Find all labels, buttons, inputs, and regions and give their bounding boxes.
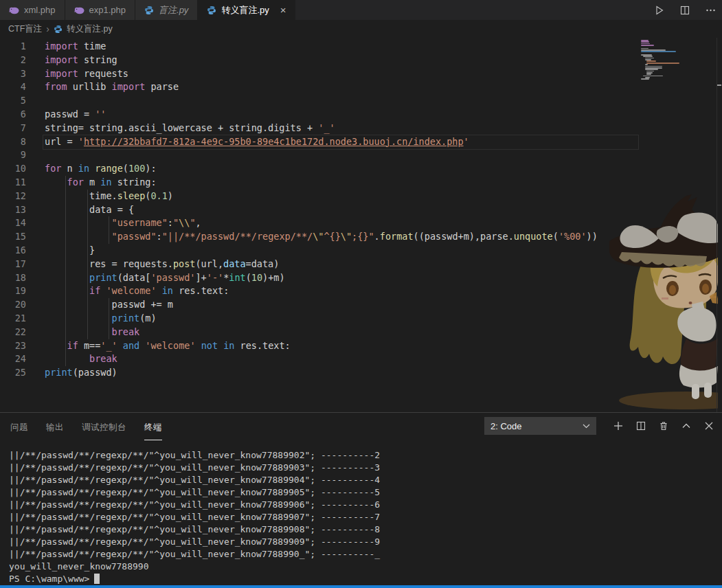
terminal-selector-value: 2: Code [490,421,522,431]
panel-tab-问题[interactable]: 问题 [10,413,28,440]
tab-转义盲注.py[interactable]: 转义盲注.py× [198,0,295,20]
line-number: 11 [0,176,26,190]
terminal-line: ||/**/passwd/**/regexp/**/"^you_will_nev… [9,462,719,474]
tab-label: 转义盲注.py [221,4,269,16]
line-number: 24 [0,352,26,366]
line-number: 12 [0,190,26,203]
code-line: 8url = 'http://32bbafd7-812a-4e9c-95b0-8… [0,135,722,149]
terminal-line: ||/**/passwd/**/regexp/**/"^you_will_nev… [9,523,719,536]
tab-xml.php[interactable]: xml.php [0,0,65,20]
character-image [609,194,718,411]
line-number: 13 [0,203,26,217]
line-number: 17 [0,258,26,271]
tab-exp1.php[interactable]: exp1.php [65,0,136,20]
tab-盲注.py[interactable]: 盲注.py [135,0,198,20]
breadcrumb-folder[interactable]: CTF盲注 [8,23,42,35]
panel-actions [612,417,715,435]
line-number: 6 [0,108,26,122]
minimap[interactable] [641,40,681,80]
overview-ruler-cursor-marker [717,84,721,86]
more-actions-icon[interactable] [704,4,717,16]
breadcrumb[interactable]: CTF盲注 › 转义盲注.py [0,20,722,38]
code-line: 2import string [0,54,722,67]
line-number: 7 [0,122,26,135]
kill-terminal-trash-icon[interactable] [657,420,670,432]
terminal-line: ||/**/passwd/**/regexp/**/"^you_will_nev… [9,511,719,523]
close-panel-icon[interactable] [703,420,715,432]
new-terminal-icon[interactable] [612,420,624,432]
editor-tab-bar: xml.phpexp1.php盲注.py转义盲注.py× [0,0,722,20]
terminal-selector-dropdown[interactable]: 2: Code [484,417,596,435]
bottom-panel: 问题输出调试控制台终端 2: Code ||/**/passwd/**/rege… [0,412,722,585]
split-terminal-icon[interactable] [635,420,647,432]
code-line: 3import requests [0,67,722,81]
terminal-output[interactable]: ||/**/passwd/**/regexp/**/"^you_will_nev… [9,449,719,585]
code-line: 1import time [0,40,722,54]
line-number: 10 [0,162,26,176]
panel-tab-调试控制台[interactable]: 调试控制台 [82,413,126,440]
tab-label: exp1.php [89,5,126,15]
code-line: 7string= string.ascii_lowercase + string… [0,122,722,135]
php-icon [74,6,84,14]
code-line: 11 for m in string: [0,176,722,190]
terminal-line: ||/**/passwd/**/regexp/**/"^you_will_nev… [9,474,719,486]
terminal-line: ||/**/passwd/**/regexp/**/"^you_will_nev… [9,486,719,499]
line-number: 2 [0,54,26,67]
terminal-line: ||/**/passwd/**/regexp/**/"^you_will_nev… [9,536,719,548]
line-number: 20 [0,298,26,312]
chevron-down-icon [583,424,590,429]
breadcrumb-separator: › [46,23,49,34]
python-icon [54,25,63,34]
line-number: 22 [0,326,26,339]
maximize-panel-chevron-up-icon[interactable] [680,420,692,432]
terminal-cursor [94,574,100,584]
close-tab-icon[interactable]: × [280,5,286,15]
line-number: 15 [0,230,26,244]
panel-tab-bar: 问题输出调试控制台终端 [1,413,171,440]
code-line: 9 [0,148,722,162]
line-number: 5 [0,94,26,108]
code-line: 6passwd = '' [0,108,722,122]
python-icon [144,5,154,15]
code-line: 4from urllib import parse [0,80,722,94]
panel-tab-终端[interactable]: 终端 [144,413,162,440]
terminal-line: ||/**/passwd/**/regexp/**/"^you_will_nev… [9,499,719,511]
line-number: 23 [0,339,26,353]
line-number: 19 [0,284,26,298]
line-number: 4 [0,80,26,94]
overview-ruler[interactable] [717,38,717,412]
terminal-line: ||/**/passwd/**/regexp/**/"^you_will_nev… [9,548,719,561]
line-number: 21 [0,312,26,326]
terminal-prompt[interactable]: PS C:\wamp\www> [9,573,719,585]
line-number: 9 [0,148,26,162]
breadcrumb-file[interactable]: 转义盲注.py [67,23,113,35]
code-editor[interactable]: 1import time2import string3import reques… [0,38,722,412]
code-line: 10for n in range(100): [0,162,722,176]
terminal-line: ||/**/passwd/**/regexp/**/"^you_will_nev… [9,449,719,462]
line-number: 1 [0,40,26,54]
line-number: 14 [0,216,26,230]
code-line: 5 [0,94,722,108]
line-number: 25 [0,366,26,380]
terminal-line: you_will_never_know7788990 [9,561,719,573]
panel-tab-输出[interactable]: 输出 [46,413,64,440]
run-button[interactable] [653,4,666,16]
php-icon [9,6,19,14]
line-number: 3 [0,67,26,81]
status-bar [0,585,722,588]
editor-actions [653,0,717,20]
tab-label: xml.php [24,5,56,15]
line-number: 18 [0,271,26,285]
split-editor-icon[interactable] [679,4,691,16]
line-number: 16 [0,244,26,258]
python-icon [207,5,216,15]
line-number: 8 [0,135,26,149]
tab-label: 盲注.py [159,4,188,16]
